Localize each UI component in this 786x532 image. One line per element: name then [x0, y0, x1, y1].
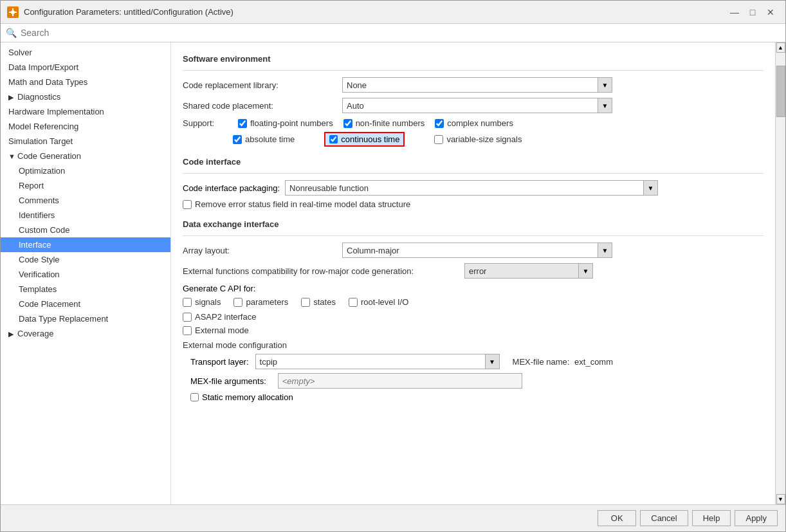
code-replacement-library-label: Code replacement library:: [183, 80, 337, 90]
sidebar-item-identifiers[interactable]: Identifiers: [1, 208, 170, 223]
code-replacement-library-value: None: [343, 80, 598, 90]
app-icon: [7, 6, 19, 18]
remove-error-label: Remove error status field in real-time m…: [195, 199, 410, 209]
mex-arguments-input[interactable]: [278, 373, 522, 389]
scrollbar-thumb[interactable]: [776, 66, 785, 117]
static-memory-checkbox[interactable]: [190, 393, 199, 401]
diagnostics-arrow: ▶: [8, 93, 17, 102]
sidebar-item-templates[interactable]: Templates: [1, 282, 170, 297]
asap2-checkbox[interactable]: [183, 313, 192, 322]
code-replacement-library-dropdown-btn[interactable]: ▼: [598, 78, 612, 92]
sidebar-item-diagnostics[interactable]: ▶Diagnostics: [1, 89, 170, 104]
sidebar-item-data-type-replacement[interactable]: Data Type Replacement: [1, 311, 170, 326]
variable-size-checkbox[interactable]: [434, 135, 443, 144]
apply-button[interactable]: Apply: [735, 510, 778, 526]
transport-layer-row: Transport layer: tcpip ▼ MEX-file name: …: [190, 354, 763, 369]
transport-layer-dropdown-btn[interactable]: ▼: [485, 354, 499, 369]
scrollbar-up-arrow[interactable]: ▲: [776, 42, 785, 53]
sidebar-item-simulation-target[interactable]: Simulation Target: [1, 134, 170, 149]
static-memory-row: Static memory allocation: [190, 392, 763, 402]
cancel-button[interactable]: Cancel: [640, 510, 688, 526]
shared-code-placement-dropdown-btn[interactable]: ▼: [598, 98, 612, 113]
parameters-checkbox[interactable]: [233, 298, 242, 307]
minimize-button[interactable]: —: [726, 4, 743, 21]
sidebar-item-coverage[interactable]: ▶Coverage: [1, 326, 170, 341]
ext-compat-dropdown-btn[interactable]: ▼: [578, 264, 592, 278]
help-button[interactable]: Help: [692, 510, 731, 526]
continuous-time-checkbox[interactable]: [329, 135, 338, 143]
transport-layer-label: Transport layer:: [190, 357, 249, 367]
non-finite-label: non-finite numbers: [356, 118, 425, 128]
svg-rect-2: [12, 14, 14, 16]
absolute-time-checkbox[interactable]: [233, 135, 242, 144]
parameters-check: parameters: [233, 297, 288, 307]
sidebar-item-code-generation[interactable]: ▼Code Generation: [1, 149, 170, 163]
sidebar-item-code-style[interactable]: Code Style: [1, 252, 170, 267]
root-level-io-checkbox[interactable]: [349, 298, 358, 307]
scrollbar-down-arrow[interactable]: ▼: [776, 494, 785, 504]
array-layout-dropdown[interactable]: Column-major ▼: [342, 243, 612, 258]
sidebar-item-report[interactable]: Report: [1, 178, 170, 193]
generate-c-api-label: Generate C API for:: [183, 284, 763, 293]
generate-c-api-row: signals parameters states root-level I/O: [183, 297, 763, 307]
code-interface-packaging-dropdown[interactable]: Nonreusable function ▼: [285, 180, 658, 196]
external-mode-checkbox[interactable]: [183, 326, 192, 335]
bottom-bar: OK Cancel Help Apply: [1, 504, 785, 531]
scrollbar: ▲ ▼: [775, 42, 785, 504]
non-finite-check: non-finite numbers: [343, 118, 425, 128]
signals-checkbox[interactable]: [183, 298, 192, 307]
states-check: states: [301, 297, 336, 307]
sidebar-item-hardware-implementation[interactable]: Hardware Implementation: [1, 104, 170, 119]
absolute-time-label: absolute time: [245, 134, 295, 144]
complex-checkbox[interactable]: [435, 119, 444, 128]
root-level-io-check: root-level I/O: [349, 297, 408, 307]
parameters-label: parameters: [246, 297, 288, 307]
code-replacement-library-row: Code replacement library: None ▼: [183, 77, 763, 93]
search-icon: 🔍: [6, 28, 17, 38]
sidebar-item-data-import-export[interactable]: Data Import/Export: [1, 60, 170, 75]
sidebar-item-model-referencing[interactable]: Model Referencing: [1, 119, 170, 134]
ext-compat-dropdown[interactable]: error ▼: [464, 263, 593, 279]
code-generation-arrow: ▼: [8, 152, 17, 160]
array-layout-label: Array layout:: [183, 246, 337, 255]
sidebar-item-verification[interactable]: Verification: [1, 267, 170, 282]
asap2-check: ASAP2 interface: [183, 312, 763, 322]
shared-code-placement-row: Shared code placement: Auto ▼: [183, 98, 763, 113]
sidebar-item-custom-code[interactable]: Custom Code: [1, 223, 170, 237]
transport-layer-value: tcpip: [256, 357, 485, 367]
code-replacement-library-dropdown[interactable]: None ▼: [342, 77, 612, 93]
remove-error-checkbox[interactable]: [183, 200, 192, 209]
external-mode-check: External mode: [183, 326, 763, 335]
coverage-arrow: ▶: [8, 330, 17, 338]
floating-point-checkbox[interactable]: [238, 119, 247, 128]
sidebar-item-code-placement[interactable]: Code Placement: [1, 297, 170, 311]
absolute-time-check: absolute time: [233, 134, 295, 144]
mex-file-value: ext_comm: [574, 357, 613, 367]
transport-layer-dropdown[interactable]: tcpip ▼: [255, 354, 500, 369]
ok-button[interactable]: OK: [598, 510, 636, 526]
static-memory-label: Static memory allocation: [202, 392, 293, 402]
maximize-button[interactable]: □: [744, 4, 761, 21]
close-button[interactable]: ✕: [762, 4, 779, 21]
content-area: Software environment Code replacement li…: [171, 42, 775, 504]
non-finite-checkbox[interactable]: [343, 119, 352, 128]
sidebar-item-solver[interactable]: Solver: [1, 45, 170, 60]
ext-compat-row: External functions compatibility for row…: [183, 263, 763, 279]
search-input[interactable]: [21, 28, 780, 38]
sidebar-item-math-data-types[interactable]: Math and Data Types: [1, 75, 170, 89]
sidebar-item-optimization[interactable]: Optimization: [1, 163, 170, 178]
software-environment-title: Software environment: [183, 54, 763, 64]
sidebar-item-interface[interactable]: Interface: [1, 237, 170, 252]
support-label: Support:: [183, 118, 228, 128]
mex-arguments-label: MEX-file arguments:: [190, 376, 266, 386]
window-title: Configuration Parameters: untitled/Confi…: [24, 7, 233, 17]
array-layout-dropdown-btn[interactable]: ▼: [598, 243, 612, 257]
mex-file-label: MEX-file name: ext_comm: [513, 357, 613, 367]
states-checkbox[interactable]: [301, 298, 310, 307]
sidebar-item-comments[interactable]: Comments: [1, 193, 170, 208]
shared-code-placement-dropdown[interactable]: Auto ▼: [342, 98, 612, 113]
svg-rect-4: [15, 12, 17, 13]
signals-label: signals: [195, 297, 221, 307]
code-interface-packaging-dropdown-btn[interactable]: ▼: [643, 181, 657, 195]
mex-arguments-row: MEX-file arguments:: [190, 373, 763, 389]
